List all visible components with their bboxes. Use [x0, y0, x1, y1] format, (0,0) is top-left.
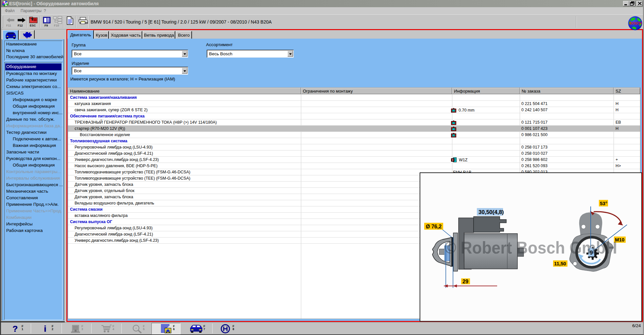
- svg-text:29: 29: [462, 279, 468, 284]
- svg-text:30,50(4,8): 30,50(4,8): [479, 209, 504, 215]
- svg-text:Ø 76,2: Ø 76,2: [426, 224, 442, 229]
- svg-text:53°: 53°: [600, 201, 607, 206]
- svg-text:© Robert Bosch GmbH: © Robert Bosch GmbH: [444, 238, 617, 257]
- svg-text:11,50: 11,50: [554, 261, 566, 266]
- svg-text:BOSCH: BOSCH: [629, 21, 642, 25]
